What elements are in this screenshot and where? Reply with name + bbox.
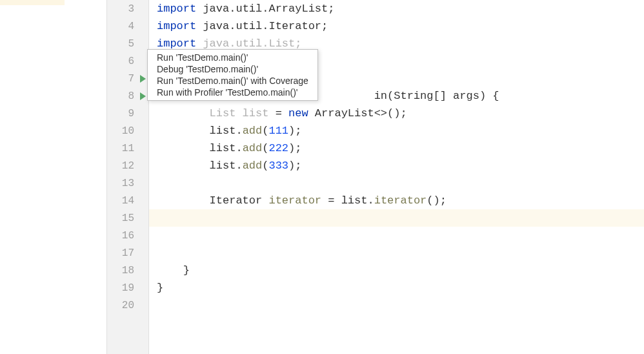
code-line-9[interactable]: List list = new ArrayList<>(); <box>149 105 644 122</box>
paren-close: ); <box>288 160 301 172</box>
code-line-3[interactable]: import java.util.ArrayList; <box>149 0 644 17</box>
line-number: 15 <box>122 213 134 224</box>
gutter-line-6[interactable]: 6 <box>107 52 148 70</box>
package-path: java.util.ArrayList; <box>196 3 334 15</box>
obj: list. <box>157 125 243 137</box>
gutter-line-11[interactable]: 11 <box>107 140 148 157</box>
line-number: 20 <box>122 300 134 311</box>
method-call: add <box>243 160 263 172</box>
context-menu: Run 'TestDemo.main()'Debug 'TestDemo.mai… <box>147 49 318 101</box>
code-line-16[interactable] <box>149 227 644 244</box>
gutter-line-3[interactable]: 3 <box>107 0 148 17</box>
number-literal: 222 <box>268 142 288 154</box>
gutter-line-9[interactable]: 9 <box>107 105 148 122</box>
code-line-12[interactable]: list.add(333); <box>149 157 644 174</box>
code-line-20[interactable] <box>149 297 644 314</box>
line-number: 9 <box>128 108 134 120</box>
line-number: 16 <box>122 230 134 242</box>
gutter-line-15[interactable]: 15 <box>107 209 148 227</box>
run-gutter-icon[interactable] <box>138 74 147 83</box>
line-number: 7 <box>128 73 134 85</box>
paren-close: ); <box>288 125 301 137</box>
method-call: iterator <box>374 194 427 207</box>
line-number: 8 <box>128 90 134 102</box>
blank-line <box>157 229 163 242</box>
code-line-15[interactable] <box>149 209 644 227</box>
obj: list. <box>157 142 243 154</box>
code-line-19[interactable]: } <box>149 279 644 297</box>
line-number: 13 <box>122 178 134 189</box>
gutter-line-4[interactable]: 4 <box>107 17 148 35</box>
gutter-line-18[interactable]: 18 <box>107 262 148 279</box>
gutter-line-5[interactable]: 5 <box>107 35 148 52</box>
line-number: 4 <box>128 21 134 32</box>
line-number: 11 <box>122 143 134 154</box>
code-line-13[interactable] <box>149 174 644 192</box>
line-number: 6 <box>128 56 134 67</box>
method-call: add <box>243 125 263 137</box>
line-number: 17 <box>122 247 134 259</box>
package-path: java.util.Iterator; <box>196 20 328 32</box>
eq: = <box>268 107 288 120</box>
close-brace: } <box>157 264 190 276</box>
line-number: 14 <box>122 195 134 207</box>
blank-line <box>157 177 163 189</box>
code-line-17[interactable] <box>149 244 644 262</box>
paren-close: ); <box>288 142 301 154</box>
gutter-line-7[interactable]: 7 <box>107 70 148 87</box>
line-number: 10 <box>122 125 134 137</box>
code-line-14[interactable]: Iterator iterator = list.iterator(); <box>149 192 644 209</box>
ctor: ArrayList<>(); <box>308 107 407 120</box>
package-path-dim: java.util.List; <box>196 37 301 50</box>
keyword-new: new <box>288 107 308 120</box>
number-literal: 111 <box>268 125 288 137</box>
gutter-line-17[interactable]: 17 <box>107 244 148 262</box>
gutter-line-8[interactable]: 8 <box>107 87 148 105</box>
var-name: iterator <box>268 194 321 207</box>
line-number: 12 <box>122 160 134 172</box>
gutter-line-10[interactable]: 10 <box>107 122 148 140</box>
paren-open: ( <box>262 125 268 137</box>
gutter-line-20[interactable]: 20 <box>107 297 148 314</box>
blank-line <box>157 299 163 311</box>
context-menu-item-3[interactable]: Run with Profiler 'TestDemo.main()' <box>148 87 317 98</box>
gutter-line-12[interactable]: 12 <box>107 157 148 174</box>
line-number: 19 <box>122 282 134 294</box>
blank-line <box>157 247 163 259</box>
mid: = list. <box>321 194 374 207</box>
code-line-10[interactable]: list.add(111); <box>149 122 644 140</box>
run-gutter-icon[interactable] <box>138 92 147 101</box>
gutter-line-14[interactable]: 14 <box>107 192 148 209</box>
line-number: 5 <box>128 38 134 50</box>
code-line-4[interactable]: import java.util.Iterator; <box>149 17 644 35</box>
code-line-11[interactable]: list.add(222); <box>149 140 644 157</box>
play-icon <box>140 75 146 83</box>
line-number: 18 <box>122 265 134 276</box>
left-margin <box>0 0 106 354</box>
number-literal: 333 <box>268 160 288 172</box>
paren-open: ( <box>262 142 268 154</box>
iter-type: Iterator <box>157 194 268 207</box>
blank-line <box>157 212 163 224</box>
line-number: 3 <box>128 3 134 15</box>
method-call: add <box>243 142 263 154</box>
close-brace: } <box>157 282 163 294</box>
close: (); <box>427 194 447 207</box>
gutter-line-19[interactable]: 19 <box>107 279 148 297</box>
context-menu-item-2[interactable]: Run 'TestDemo.main()' with Coverage <box>148 75 317 87</box>
paren-open: ( <box>262 160 268 172</box>
decl-type: List list <box>157 107 268 120</box>
gutter-line-13[interactable]: 13 <box>107 174 148 192</box>
highlight-marker <box>0 0 65 5</box>
gutter[interactable]: 34567891011121314151617181920 <box>106 0 149 354</box>
obj: list. <box>157 160 243 172</box>
keyword-import: import <box>157 20 196 32</box>
context-menu-item-0[interactable]: Run 'TestDemo.main()' <box>148 52 317 63</box>
code-line-18[interactable]: } <box>149 262 644 279</box>
context-menu-item-1[interactable]: Debug 'TestDemo.main()' <box>148 63 317 75</box>
play-icon <box>140 92 146 100</box>
keyword-import: import <box>157 37 196 50</box>
keyword-import: import <box>157 3 196 15</box>
gutter-line-16[interactable]: 16 <box>107 227 148 244</box>
